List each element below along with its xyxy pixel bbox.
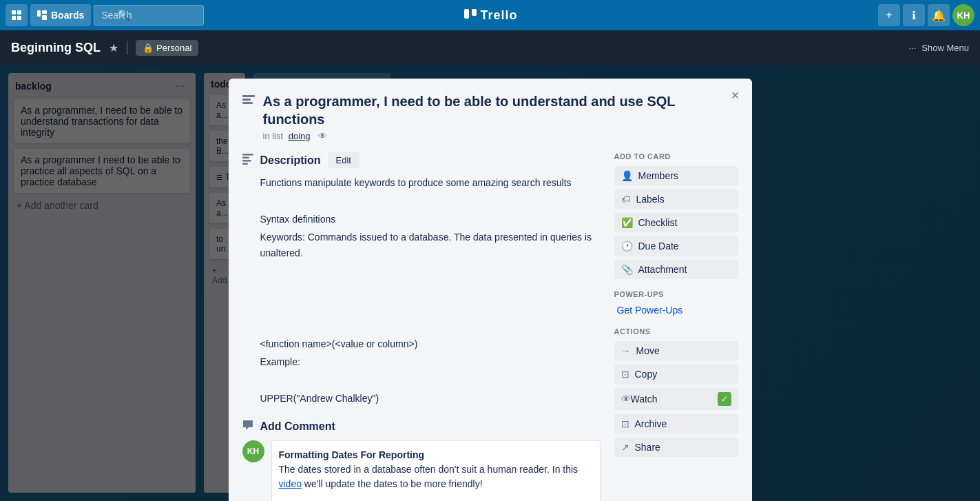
svg-rect-7: [463, 9, 468, 19]
share-icon: ↗: [621, 442, 629, 453]
svg-rect-8: [471, 9, 476, 16]
labels-icon: 🏷: [621, 194, 631, 205]
modal-header: As a programmer, I need to be able to un…: [242, 92, 738, 141]
comment-input-area: KH Formatting Dates For Reporting The da…: [242, 440, 601, 501]
watch-check-icon: ✓: [718, 392, 731, 406]
labels-label: Labels: [636, 194, 665, 205]
svg-rect-12: [242, 154, 253, 156]
desc-spacer4: [260, 300, 601, 315]
boards-label: Boards: [51, 10, 84, 21]
trello-logo: Trello: [462, 8, 517, 23]
desc-spacer6: [260, 372, 601, 387]
power-ups-title: POWER-UPS: [614, 290, 738, 298]
modal-title-area: As a programmer, I need to be able to un…: [263, 92, 713, 141]
modal-overlay[interactable]: × As a programmer, I need to be able to …: [0, 65, 980, 501]
actions-section: ACTIONS → Move ⊡ Copy 👁 Watch ✓: [614, 327, 738, 457]
edit-description-button[interactable]: Edit: [328, 152, 359, 168]
svg-rect-13: [242, 156, 249, 159]
home-button[interactable]: [6, 4, 28, 26]
move-button[interactable]: → Move: [614, 341, 738, 360]
checklist-label: Checklist: [638, 217, 678, 228]
comment-bold-line: Formatting Dates For Reporting: [279, 449, 425, 460]
svg-rect-9: [242, 95, 255, 97]
watch-button[interactable]: 👁 Watch ✓: [614, 388, 738, 410]
archive-button[interactable]: ⊡ Archive: [614, 414, 738, 433]
description-icon: [242, 154, 253, 167]
desc-line-3: Syntax definitions: [260, 212, 601, 227]
modal-sidebar: ADD TO CARD 👤 Members 🏷 Labels ✅ Checkli…: [614, 152, 738, 501]
get-powerups-link[interactable]: Get Power-Ups: [614, 305, 683, 316]
members-button[interactable]: 👤 Members: [614, 166, 738, 185]
modal-subtitle: in list doing 👁: [263, 131, 713, 141]
description-content: Functions manipulate keywords to produce…: [242, 175, 601, 406]
board-area: backlog ··· As a programmer, I need to b…: [0, 65, 980, 501]
boards-button[interactable]: Boards: [30, 4, 91, 26]
actions-title: ACTIONS: [614, 327, 738, 336]
labels-button[interactable]: 🏷 Labels: [614, 190, 738, 209]
move-label: Move: [636, 345, 660, 356]
power-ups-section: POWER-UPS Get Power-Ups: [614, 290, 738, 316]
attachment-label: Attachment: [638, 264, 687, 275]
close-icon: ×: [731, 88, 740, 103]
desc-spacer2: [260, 263, 601, 278]
archive-label: Archive: [635, 418, 667, 429]
move-icon: →: [621, 345, 631, 356]
visibility-button[interactable]: 🔒 Personal: [136, 40, 198, 56]
copy-icon: ⊡: [621, 369, 629, 380]
card-modal: × As a programmer, I need to be able to …: [229, 79, 752, 501]
due-date-button[interactable]: 🕐 Due Date: [614, 236, 738, 256]
lock-icon: 🔒: [143, 43, 154, 53]
comment-text: Formatting Dates For Reporting The dates…: [279, 448, 593, 501]
visibility-label: Personal: [156, 43, 191, 53]
desc-line-12: <function name>(<value or column>): [260, 336, 601, 351]
members-label: Members: [638, 170, 678, 181]
modal-close-button[interactable]: ×: [724, 84, 747, 106]
share-button[interactable]: ↗ Share: [614, 438, 738, 457]
notifications-button[interactable]: 🔔: [928, 4, 950, 26]
search-input[interactable]: [94, 5, 204, 25]
in-list-prefix: in list: [263, 131, 284, 141]
star-icon[interactable]: ★: [109, 41, 118, 54]
add-icon: +: [886, 9, 892, 21]
top-nav: Boards 🔍 Trello + ℹ 🔔 KH: [0, 0, 980, 30]
add-button[interactable]: +: [878, 4, 900, 26]
svg-rect-6: [42, 15, 47, 20]
svg-rect-5: [42, 10, 47, 14]
list-link[interactable]: doing: [289, 131, 311, 141]
add-comment-title: Add Comment: [260, 420, 335, 433]
board-header: Beginning SQL ★ 🔒 Personal ··· Show Menu: [0, 30, 980, 65]
svg-rect-11: [242, 102, 253, 104]
due-date-label: Due Date: [638, 241, 679, 252]
avatar-initials-comment: KH: [247, 447, 259, 456]
show-menu-area[interactable]: ··· Show Menu: [909, 43, 970, 53]
copy-button[interactable]: ⊡ Copy: [614, 365, 738, 384]
desc-spacer: [260, 193, 601, 208]
checklist-button[interactable]: ✅ Checklist: [614, 213, 738, 232]
desc-line-4: Keywords: Commands issued to a database.…: [260, 229, 601, 260]
comment-box[interactable]: Formatting Dates For Reporting The dates…: [271, 440, 601, 501]
attachment-button[interactable]: 📎 Attachment: [614, 260, 738, 279]
user-avatar[interactable]: KH: [952, 4, 974, 26]
svg-rect-1: [17, 10, 21, 14]
checklist-icon: ✅: [621, 217, 633, 228]
nav-left: Boards 🔍: [6, 4, 130, 26]
info-button[interactable]: ℹ: [903, 4, 925, 26]
copy-label: Copy: [635, 369, 658, 380]
divider: [127, 41, 127, 54]
watch-label: Watch: [631, 393, 658, 405]
svg-rect-15: [242, 163, 248, 165]
modal-body: Description Edit Functions manipulate ke…: [242, 152, 738, 501]
attachment-icon: 📎: [621, 264, 633, 275]
desc-spacer5: [260, 318, 601, 333]
svg-rect-10: [242, 99, 251, 101]
comment-line-1: Formatting Dates For Reporting: [279, 448, 593, 462]
description-title: Description: [260, 154, 321, 167]
svg-rect-4: [37, 10, 41, 17]
due-date-icon: 🕐: [621, 241, 633, 252]
avatar-initials: KH: [957, 10, 970, 21]
svg-rect-14: [242, 160, 251, 162]
video-link[interactable]: video: [279, 478, 302, 489]
dots-icon: ···: [909, 43, 917, 53]
comment-spacer: [279, 491, 593, 501]
svg-rect-3: [17, 16, 21, 20]
